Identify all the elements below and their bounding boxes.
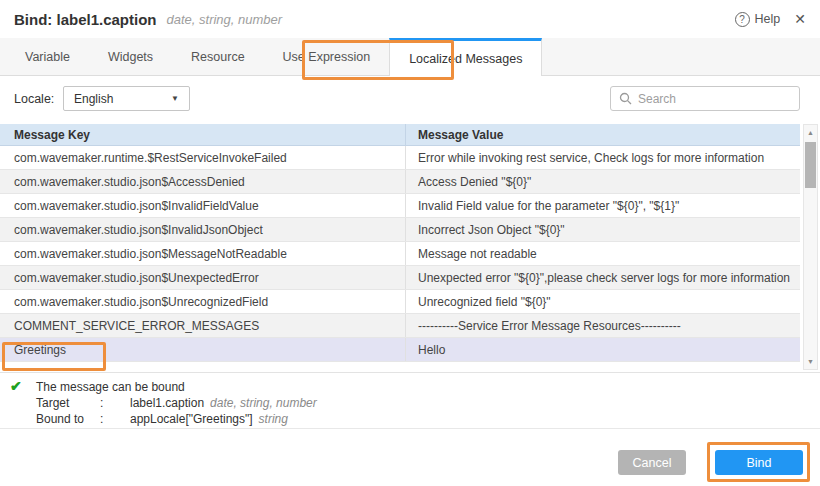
message-value-cell: Unrecognized field "${0}" [405, 290, 800, 313]
help-button[interactable]: ? Help [735, 12, 781, 27]
titlebar: Bind: label1.caption date, string, numbe… [0, 0, 820, 38]
tab-label: Resource [191, 50, 245, 64]
message-value-cell: Invalid Field value for the parameter "$… [405, 194, 800, 217]
table-row[interactable]: com.wavemaker.studio.json$AccessDenied A… [0, 170, 800, 194]
target-value: label1.caption [130, 396, 204, 410]
help-label: Help [755, 12, 781, 26]
tab-label: Variable [25, 50, 70, 64]
search-box[interactable] [610, 86, 800, 111]
table-scrollbar[interactable]: ▲ ▼ [803, 124, 818, 370]
tab-localized-messages[interactable]: Localized Messages [389, 38, 542, 76]
help-icon: ? [735, 12, 750, 27]
table-row[interactable]: com.wavemaker.studio.json$MessageNotRead… [0, 242, 800, 266]
chevron-down-icon: ▼ [171, 94, 179, 103]
bind-dialog: Bind: label1.caption date, string, numbe… [0, 0, 820, 486]
bound-to-colon: : [100, 411, 130, 427]
bind-button[interactable]: Bind [715, 450, 803, 475]
cancel-button[interactable]: Cancel [618, 450, 686, 475]
message-value-cell: Incorrect Json Object "${0}" [405, 218, 800, 241]
table-row[interactable]: com.wavemaker.studio.json$InvalidJsonObj… [0, 218, 800, 242]
message-key-cell: COMMENT_SERVICE_ERROR_MESSAGES [0, 314, 405, 337]
table-row[interactable]: com.wavemaker.studio.json$UnrecognizedFi… [0, 290, 800, 314]
locale-selected-value: English [74, 92, 113, 106]
message-value-cell: Access Denied "${0}" [405, 170, 800, 193]
tab-widgets[interactable]: Widgets [89, 38, 172, 75]
search-input[interactable] [638, 92, 791, 106]
toolbar: Locale: English ▼ [0, 76, 820, 124]
message-key-cell: com.wavemaker.studio.json$MessageNotRead… [0, 242, 405, 265]
table-body: com.wavemaker.runtime.$RestServiceInvoke… [0, 146, 820, 362]
column-header-message-value[interactable]: Message Value [405, 124, 800, 145]
bound-to-label: Bound to [36, 411, 100, 427]
table-row[interactable]: com.wavemaker.studio.json$UnexpectedErro… [0, 266, 800, 290]
table-header-row: Message Key Message Value [0, 124, 800, 146]
message-key-cell: com.wavemaker.studio.json$InvalidJsonObj… [0, 218, 405, 241]
binding-status: The message can be bound [36, 379, 317, 395]
titlebar-actions: ? Help ✕ [735, 12, 806, 27]
binding-bound-line: Bound to:appLocale["Greetings"]string [36, 411, 317, 427]
message-key-cell: com.wavemaker.studio.json$UnexpectedErro… [0, 266, 405, 289]
message-value-cell: Error while invoking rest service, Check… [405, 146, 800, 169]
dialog-title: Bind: label1.caption [14, 11, 157, 28]
bound-to-type: string [259, 412, 288, 426]
binding-info-lines: The message can be bound Target:label1.c… [36, 379, 317, 427]
scrollbar-thumb[interactable] [805, 142, 816, 188]
scroll-up-icon[interactable]: ▲ [804, 126, 817, 139]
message-value-cell: Unexpected error "${0}",please check ser… [405, 266, 800, 289]
target-colon: : [100, 395, 130, 411]
dialog-subtitle: date, string, number [167, 12, 283, 27]
column-header-message-key[interactable]: Message Key [0, 124, 405, 145]
search-icon [619, 92, 632, 105]
tab-label: Use Expression [283, 50, 371, 64]
message-value-cell: Message not readable [405, 242, 800, 265]
target-types: date, string, number [210, 396, 317, 410]
tab-resource[interactable]: Resource [172, 38, 264, 75]
target-label: Target [36, 395, 100, 411]
message-value-cell: ----------Service Error Message Resource… [405, 314, 800, 337]
messages-table: Message Key Message Value com.wavemaker.… [0, 124, 820, 373]
table-row[interactable]: COMMENT_SERVICE_ERROR_MESSAGES ---------… [0, 314, 800, 338]
footer-divider [0, 428, 820, 429]
tab-label: Localized Messages [409, 52, 522, 66]
binding-target-line: Target:label1.captiondate, string, numbe… [36, 395, 317, 411]
table-row[interactable]: com.wavemaker.runtime.$RestServiceInvoke… [0, 146, 800, 170]
message-key-cell: com.wavemaker.runtime.$RestServiceInvoke… [0, 146, 405, 169]
tab-label: Widgets [108, 50, 153, 64]
bound-to-value: appLocale["Greetings"] [130, 412, 253, 426]
locale-label: Locale: [14, 92, 54, 106]
message-key-cell: Greetings [0, 338, 405, 361]
table-row[interactable]: com.wavemaker.studio.json$InvalidFieldVa… [0, 194, 800, 218]
message-value-cell: Hello [405, 338, 800, 361]
tab-variable[interactable]: Variable [6, 38, 89, 75]
check-icon: ✔ [10, 378, 22, 394]
close-icon[interactable]: ✕ [794, 12, 806, 26]
message-key-cell: com.wavemaker.studio.json$InvalidFieldVa… [0, 194, 405, 217]
locale-select[interactable]: English ▼ [63, 86, 190, 111]
table-row-partial [0, 362, 800, 372]
table-row[interactable]: Greetings Hello [0, 338, 800, 362]
scroll-down-icon[interactable]: ▼ [804, 355, 817, 368]
tab-use-expression[interactable]: Use Expression [264, 38, 390, 75]
message-key-cell: com.wavemaker.studio.json$UnrecognizedFi… [0, 290, 405, 313]
message-key-cell: com.wavemaker.studio.json$AccessDenied [0, 170, 405, 193]
binding-info: ✔ The message can be bound Target:label1… [0, 376, 820, 428]
tab-bar: VariableWidgetsResourceUse ExpressionLoc… [0, 38, 820, 76]
